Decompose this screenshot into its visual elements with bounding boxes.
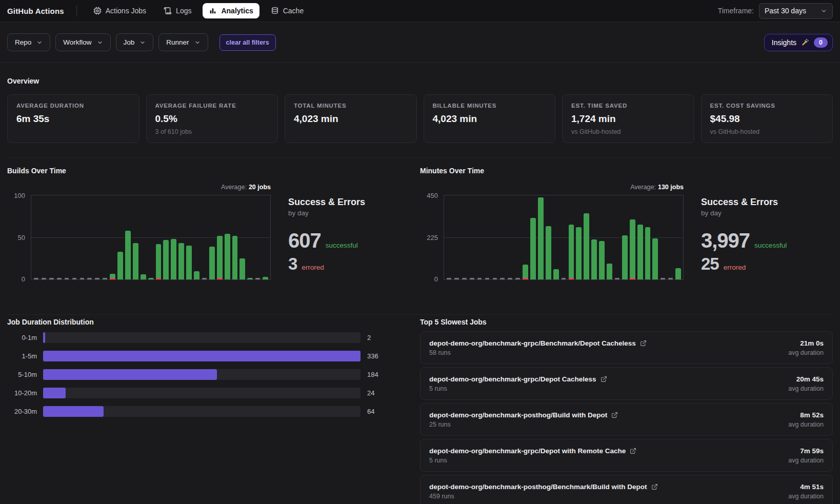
tab-analytics[interactable]: Analytics: [203, 3, 259, 18]
bar-fill: [622, 235, 628, 279]
bar-error-segment: [569, 278, 574, 279]
bar-fill: [599, 241, 605, 279]
database-icon: [271, 7, 279, 15]
histogram-count: 336: [367, 352, 390, 360]
chart-bar: [255, 195, 261, 279]
job-row[interactable]: depot-demo-org/benchmark-grpc/Benchmark/…: [420, 331, 833, 364]
bar-fill: [163, 240, 169, 279]
bar-fill: [232, 236, 238, 279]
job-filter-dropdown[interactable]: Job: [116, 33, 154, 51]
histogram-bucket-label: 1-5m: [7, 352, 37, 360]
panel-title: Success & Errors: [701, 197, 787, 208]
job-row[interactable]: depot-demo-org/benchmark-posthog/Benchma…: [420, 475, 833, 504]
bar-fill: [553, 269, 559, 279]
timeframe-value: Past 30 days: [765, 7, 806, 15]
clear-filters-button[interactable]: clear all filters: [219, 34, 276, 51]
zero-day-dash: [49, 278, 54, 279]
filter-bar: Repo Workflow Job Runner clear all filte…: [0, 22, 840, 63]
bar-error-segment: [217, 278, 223, 279]
tab-actions-jobs[interactable]: Actions Jobs: [87, 3, 152, 18]
external-link-icon: [640, 340, 647, 347]
timeframe-select[interactable]: Past 30 days: [759, 3, 833, 19]
metric-value: $45.98: [710, 113, 824, 125]
bottom-section: Job Duration Distribution 0-1m21-5m3365-…: [7, 314, 833, 504]
bar-fill: [530, 218, 536, 279]
histogram-bucket-label: 0-1m: [7, 334, 37, 341]
bar-chart-icon: [209, 7, 217, 15]
job-name: depot-demo-org/benchmark-posthog/Benchma…: [429, 483, 658, 491]
runner-filter-dropdown[interactable]: Runner: [158, 33, 208, 51]
chart-bar: [156, 195, 162, 279]
insights-button[interactable]: Insights 0: [764, 34, 833, 51]
chart-bar: [217, 195, 223, 279]
job-name: depot-demo-org/benchmark-grpc/Benchmark/…: [429, 339, 647, 347]
zero-day-dash: [508, 278, 512, 279]
zero-day-dash: [103, 278, 107, 279]
bar-fill: [133, 243, 138, 279]
chart-bar: [607, 195, 612, 279]
minutes-chart-plot: [444, 195, 684, 280]
bar-error-segment: [156, 278, 162, 279]
chart-bar: [591, 195, 597, 279]
repo-filter-dropdown[interactable]: Repo: [7, 33, 50, 51]
chart-bar: [110, 195, 115, 279]
tab-cache[interactable]: Cache: [265, 3, 310, 18]
charts-section: Builds Over Time Average:20 jobs 100 50 …: [7, 157, 833, 314]
tab-logs[interactable]: Logs: [157, 3, 197, 18]
job-row[interactable]: depot-demo-org/benchmark-grpc/Depot Cach…: [420, 367, 833, 400]
successful-count: 607: [288, 229, 321, 252]
cpu-icon: [93, 7, 102, 15]
top-jobs-title: Top 5 Slowest Jobs: [420, 318, 833, 326]
chart-bar: [538, 195, 544, 279]
job-duration: 21m 0s: [800, 339, 824, 347]
job-duration: 20m 45s: [796, 375, 824, 383]
successful-label: successful: [754, 241, 787, 249]
bar-error-segment: [523, 278, 528, 279]
job-row[interactable]: depot-demo-org/benchmark-posthog/Build w…: [420, 403, 833, 436]
job-row[interactable]: depot-demo-org/benchmark-grpc/Depot with…: [420, 439, 833, 472]
zero-day-dash: [485, 278, 490, 279]
metric-card: AVERAGE FAILURE RATE0.5%3 of 610 jobs: [146, 94, 278, 143]
chart-bar: [485, 195, 490, 279]
zero-day-dash: [65, 278, 69, 279]
chart-bar: [499, 195, 505, 279]
bar-fill: [591, 239, 597, 279]
overview-title: Overview: [7, 77, 833, 85]
bar-fill: [652, 238, 658, 279]
top-jobs-list: depot-demo-org/benchmark-grpc/Benchmark/…: [420, 331, 833, 504]
job-runs: 58 runs: [429, 349, 647, 356]
chart-bar: [584, 195, 589, 279]
job-duration-sub: avg duration: [788, 493, 824, 500]
chart-bar: [41, 195, 47, 279]
bar-fill: [675, 268, 681, 279]
bar-fill: [607, 264, 612, 279]
bar-fill: [117, 252, 123, 279]
zero-day-dash: [493, 278, 497, 279]
external-link-icon: [611, 412, 618, 418]
chart-bar: [462, 195, 467, 279]
bar-fill: [178, 243, 184, 279]
chart-bar: [569, 195, 574, 279]
builds-chart-plot: [31, 195, 271, 280]
chevron-down-icon: [194, 39, 201, 46]
zero-day-dash: [202, 278, 207, 279]
job-row-left: depot-demo-org/benchmark-grpc/Benchmark/…: [429, 339, 647, 356]
tab-label: Analytics: [221, 7, 253, 15]
chart-bar: [492, 195, 497, 279]
bar-fill: [645, 227, 651, 279]
panel-subtitle: by day: [288, 209, 365, 217]
errored-label: errored: [302, 264, 324, 271]
chart-bar: [530, 195, 536, 279]
job-row-right: 8m 52savg duration: [788, 411, 824, 428]
main-content: Overview AVERAGE DURATION6m 35sAVERAGE F…: [0, 77, 840, 504]
chart-bar: [675, 195, 681, 279]
chart-bar: [599, 195, 605, 279]
chart-bar: [523, 195, 528, 279]
chart-bar: [446, 195, 452, 279]
scroll-icon: [164, 7, 172, 15]
y-axis-labels: 450 225 0: [420, 195, 444, 280]
histogram-track: [43, 406, 361, 417]
workflow-filter-dropdown[interactable]: Workflow: [55, 33, 110, 51]
app-title: GitHub Actions: [7, 7, 64, 15]
chart-title: Builds Over Time: [7, 166, 420, 175]
